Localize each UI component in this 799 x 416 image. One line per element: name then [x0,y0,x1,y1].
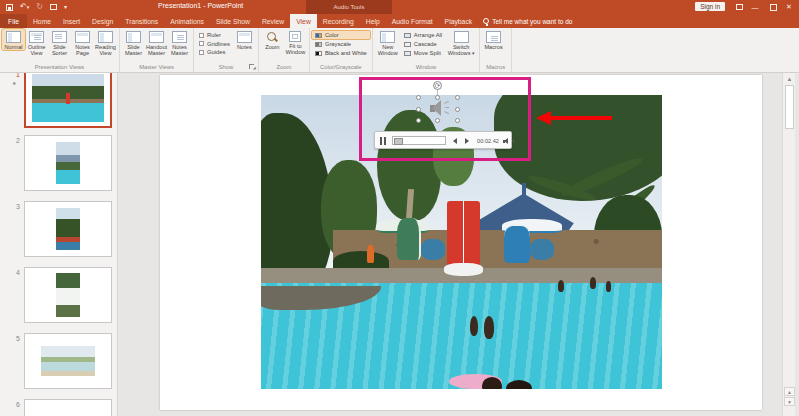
tab-file[interactable]: File [0,14,27,28]
group-label-macros: Macros [482,62,509,72]
group-label-window: Window [375,62,477,72]
guides-checkbox-box [199,50,204,55]
notes-button[interactable]: Notes [233,29,256,50]
fit-to-window-icon [289,31,301,42]
titlebar: ↶▾ ↻ ▾ Presentation1 - PowerPoint Audio … [0,0,799,14]
workspace: 1 ★ 2 3 4 5 6 [0,73,799,416]
sign-in-button[interactable]: Sign in [695,2,725,11]
switch-windows-icon [454,31,469,43]
slide-thumbnail-5[interactable] [24,333,112,389]
notes-icon [237,31,252,43]
save-icon[interactable] [6,4,13,11]
slide-media-indicator-icon: ★ [12,80,16,86]
swimmer [606,281,612,292]
tab-review[interactable]: Review [256,14,290,28]
show-dialog-launcher[interactable] [249,64,255,70]
zoom-button[interactable]: Zoom [261,29,284,50]
tab-view[interactable]: View [290,14,317,28]
tab-home[interactable]: Home [27,14,57,28]
gridlines-checkbox[interactable]: Gridlines [199,41,230,47]
outline-view-button[interactable]: Outline View [25,29,48,57]
ribbon-display-options-button[interactable] [731,0,747,14]
group-label-master-views: Master Views [122,62,191,72]
slide-master-button[interactable]: Slide Master [122,29,145,57]
slide-thumbnail-4[interactable] [24,267,112,323]
undo-icon[interactable]: ↶▾ [20,3,29,11]
black-and-white-icon [315,51,322,56]
handout-master-button[interactable]: Handout Master [145,29,168,57]
outline-view-icon [29,31,44,43]
restore-button[interactable] [765,0,781,14]
reading-view-icon [98,31,113,43]
vertical-scrollbar[interactable]: ▲ ▲ ▼ [782,73,795,416]
normal-view-button[interactable]: Normal [2,29,25,50]
tab-help[interactable]: Help [360,14,386,28]
slide-number: 4 [8,269,20,276]
new-window-button[interactable]: New Window [375,29,401,57]
notes-master-icon [172,31,187,43]
move-split-button[interactable]: Move Split [401,49,445,57]
tab-slide-show[interactable]: Slide Show [210,14,256,28]
slide-sorter-icon [52,31,67,43]
tab-recording[interactable]: Recording [317,14,360,28]
tab-animations[interactable]: Animations [164,14,210,28]
close-button[interactable]: ✕ [781,0,797,14]
annotation-arrow-head [536,111,551,125]
new-window-icon [380,31,395,43]
slide-canvas[interactable]: ⟳ [160,75,762,410]
chevron-down-icon: ▾ [472,50,475,56]
move-split-icon [404,51,411,56]
color-button[interactable]: Color [312,31,370,39]
slide-thumbnail-1[interactable] [24,73,112,128]
black-and-white-button[interactable]: Black and White [312,49,370,57]
slide-thumbnail-6[interactable] [24,399,112,416]
tab-design[interactable]: Design [86,14,119,28]
slide-thumbnail-panel: 1 ★ 2 3 4 5 6 [0,73,118,416]
scroll-up-icon[interactable]: ▲ [785,75,794,84]
redo-icon[interactable]: ↻ [36,3,43,11]
tab-playback[interactable]: Playback [439,14,479,28]
next-slide-button[interactable]: ▼ [784,397,795,406]
thumbnail-photo [56,208,80,249]
tab-audio-format[interactable]: Audio Format [386,14,439,28]
group-macros: Macros Macros [480,28,512,72]
handout-master-icon [149,31,164,43]
grayscale-button[interactable]: Grayscale [312,40,370,48]
thumbnail-photo [41,346,94,376]
previous-slide-button[interactable]: ▲ [784,387,795,396]
switch-windows-button[interactable]: Switch Windows ▾ [445,29,477,57]
tab-insert[interactable]: Insert [57,14,86,28]
thumbnail-photo [32,74,104,121]
macros-button[interactable]: Macros [482,29,505,50]
ruler-checkbox[interactable]: Ruler [199,32,230,38]
arrange-all-button[interactable]: Arrange All [401,31,445,39]
minimize-button[interactable]: — [747,0,763,14]
start-slideshow-icon[interactable] [50,4,57,10]
tell-me-box[interactable]: Tell me what you want to do [478,14,577,28]
tell-me-icon [483,18,489,24]
guides-checkbox[interactable]: Guides [199,49,230,55]
person-on-deck [367,245,373,263]
slide-thumbnail-3[interactable] [24,201,112,257]
slide-thumbnail-2[interactable] [24,135,112,191]
tab-transitions[interactable]: Transitions [119,14,164,28]
reading-view-button[interactable]: Reading View [94,29,117,57]
group-label-color-grayscale: Color/Grayscale [312,62,370,72]
group-color-grayscale: Color Grayscale Black and White Color/Gr… [310,28,373,72]
fit-to-window-button[interactable]: Fit to Window [284,29,307,56]
slide-sorter-button[interactable]: Slide Sorter [48,29,71,57]
slide-number: 5 [8,335,20,342]
thumbnail-photo [56,142,80,183]
group-label-show: Show [196,62,256,72]
red-water-slide [447,201,479,272]
notes-master-button[interactable]: Notes Master [168,29,191,57]
slide-number: 6 [8,401,20,408]
color-icon [315,33,322,38]
ruler-checkbox-box [199,33,204,38]
quick-access-toolbar: ↶▾ ↻ ▾ [6,0,67,14]
cascade-button[interactable]: Cascade [401,40,445,48]
notes-page-button[interactable]: Notes Page [71,29,94,57]
customize-qat-icon[interactable]: ▾ [64,3,67,11]
gridlines-checkbox-box [199,41,204,46]
scrollbar-thumb[interactable] [785,85,794,129]
